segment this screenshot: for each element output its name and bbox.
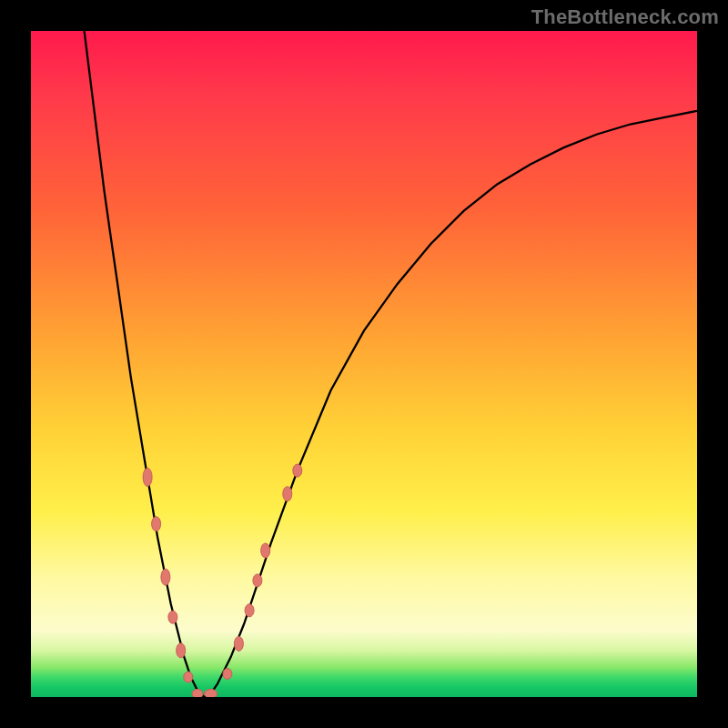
data-marker — [177, 643, 186, 658]
bottleneck-curve — [85, 31, 697, 697]
data-marker — [161, 569, 170, 585]
data-marker — [223, 668, 232, 679]
data-marker — [245, 604, 254, 617]
bottleneck-curve-svg — [31, 31, 697, 697]
data-markers — [143, 464, 302, 697]
data-marker — [184, 672, 193, 682]
data-marker — [205, 689, 217, 697]
data-marker — [261, 543, 270, 558]
watermark-text: TheBottleneck.com — [531, 5, 719, 29]
data-marker — [168, 611, 177, 623]
data-marker — [143, 468, 152, 486]
data-marker — [283, 487, 292, 501]
data-marker — [293, 464, 302, 477]
data-marker — [152, 517, 161, 531]
data-marker — [234, 636, 243, 651]
chart-frame: TheBottleneck.com — [0, 0, 728, 728]
chart-plot-area — [31, 31, 697, 697]
data-marker — [192, 689, 203, 697]
data-marker — [253, 574, 262, 587]
